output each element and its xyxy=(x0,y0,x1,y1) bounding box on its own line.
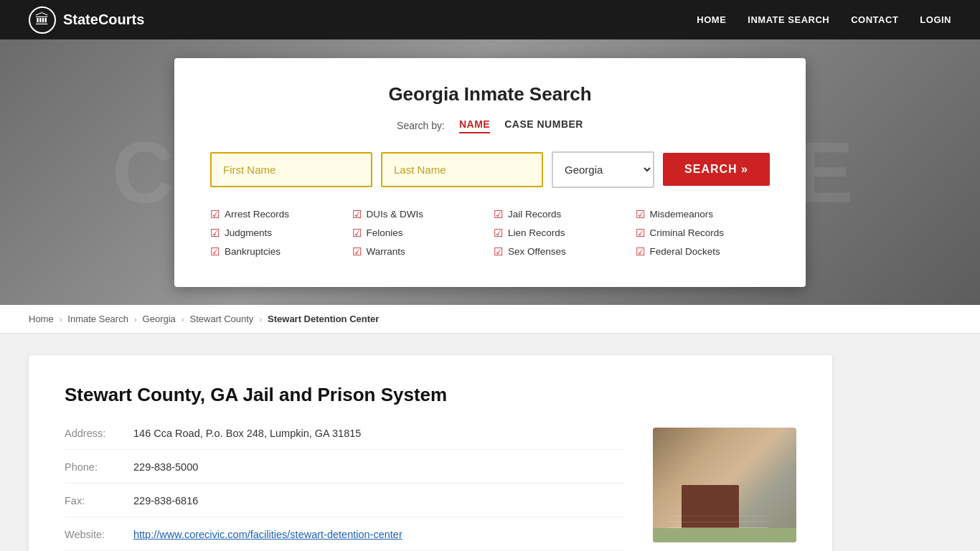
check-label: Felonies xyxy=(367,227,403,238)
breadcrumb-current: Stewart Detention Center xyxy=(268,314,379,324)
search-inputs-row: Georgia Alabama Florida Tennessee SEARCH… xyxy=(210,151,770,188)
check-item: ☑Judgments xyxy=(210,227,345,240)
checkbox-icon: ☑ xyxy=(494,227,503,240)
search-card: Georgia Inmate Search Search by: NAME CA… xyxy=(174,58,806,287)
nav-inmate-search[interactable]: INMATE SEARCH xyxy=(748,14,829,25)
check-label: Jail Records xyxy=(508,209,561,220)
check-item: ☑Criminal Records xyxy=(636,227,771,240)
search-button[interactable]: SEARCH » xyxy=(663,153,770,186)
main-nav: HOME INMATE SEARCH CONTACT LOGIN xyxy=(697,14,951,25)
check-item: ☑Felonies xyxy=(352,227,487,240)
facility-info: Address: 146 Cca Road, P.o. Box 248, Lum… xyxy=(65,428,624,551)
checkbox-icon: ☑ xyxy=(494,208,503,221)
main-content: Stewart County, GA Jail and Prison Syste… xyxy=(0,334,861,551)
breadcrumb-link-stewart-county[interactable]: Stewart County xyxy=(190,314,254,324)
checkbox-icon: ☑ xyxy=(210,227,220,240)
checkbox-icon: ☑ xyxy=(636,245,645,258)
check-item: ☑Sex Offenses xyxy=(494,245,628,258)
facility-details: Address: 146 Cca Road, P.o. Box 248, Lum… xyxy=(65,428,796,551)
building-detail xyxy=(667,527,768,528)
address-label: Address: xyxy=(65,428,122,439)
website-row: Website: http://www.corecivic.com/facili… xyxy=(65,529,624,551)
search-by-row: Search by: NAME CASE NUMBER xyxy=(210,118,770,133)
nav-home[interactable]: HOME xyxy=(697,14,726,25)
nav-login[interactable]: LOGIN xyxy=(920,14,951,25)
checkbox-icon: ☑ xyxy=(636,227,645,240)
last-name-input[interactable] xyxy=(381,152,543,187)
logo[interactable]: 🏛 StateCourts xyxy=(29,6,144,34)
check-item: ☑Bankruptcies xyxy=(210,245,345,258)
checkbox-icon: ☑ xyxy=(210,245,220,258)
breadcrumb-link-georgia[interactable]: Georgia xyxy=(143,314,176,324)
check-item: ☑Arrest Records xyxy=(210,208,345,221)
address-row: Address: 146 Cca Road, P.o. Box 248, Lum… xyxy=(65,428,624,450)
check-label: Bankruptcies xyxy=(225,246,281,257)
check-label: Sex Offenses xyxy=(508,246,566,257)
fax-label: Fax: xyxy=(65,495,122,507)
breadcrumb-separator: › xyxy=(134,315,137,324)
check-item: ☑Lien Records xyxy=(494,227,628,240)
checkbox-icon: ☑ xyxy=(352,227,362,240)
checkbox-icon: ☑ xyxy=(494,245,503,258)
breadcrumb-separator: › xyxy=(182,315,184,324)
breadcrumb-link-home[interactable]: Home xyxy=(29,314,54,324)
search-title: Georgia Inmate Search xyxy=(210,83,770,105)
tab-case-number[interactable]: CASE NUMBER xyxy=(504,118,583,133)
breadcrumb-separator: › xyxy=(259,315,262,324)
search-by-label: Search by: xyxy=(397,120,445,131)
check-label: DUIs & DWIs xyxy=(367,209,424,220)
address-value: 146 Cca Road, P.o. Box 248, Lumpkin, GA … xyxy=(133,428,361,439)
check-label: Criminal Records xyxy=(650,227,725,238)
hero-section: COURTHOUSE Georgia Inmate Search Search … xyxy=(0,39,980,305)
breadcrumb: Home›Inmate Search›Georgia›Stewart Count… xyxy=(0,305,980,334)
first-name-input[interactable] xyxy=(210,152,372,187)
fax-value: 229-838-6816 xyxy=(133,495,198,507)
check-label: Warrants xyxy=(367,246,405,257)
facility-title: Stewart County, GA Jail and Prison Syste… xyxy=(65,384,796,406)
fax-row: Fax: 229-838-6816 xyxy=(65,495,624,517)
nav-contact[interactable]: CONTACT xyxy=(851,14,898,25)
content-card: Stewart County, GA Jail and Prison Syste… xyxy=(29,355,832,551)
check-item: ☑Misdemeanors xyxy=(636,208,771,221)
check-label: Judgments xyxy=(225,227,272,238)
check-label: Arrest Records xyxy=(225,209,289,220)
check-label: Federal Dockets xyxy=(650,246,720,257)
check-item: ☑DUIs & DWIs xyxy=(352,208,487,221)
website-link[interactable]: http://www.corecivic.com/facilities/stew… xyxy=(133,529,402,540)
phone-label: Phone: xyxy=(65,461,122,473)
checks-grid: ☑Arrest Records☑DUIs & DWIs☑Jail Records… xyxy=(210,208,770,258)
facility-image xyxy=(653,428,796,542)
checkbox-icon: ☑ xyxy=(352,245,362,258)
logo-icon: 🏛 xyxy=(29,6,56,34)
checkbox-icon: ☑ xyxy=(210,208,220,221)
check-label: Lien Records xyxy=(508,227,565,238)
check-label: Misdemeanors xyxy=(650,209,714,220)
checkbox-icon: ☑ xyxy=(636,208,645,221)
breadcrumb-link-inmate-search[interactable]: Inmate Search xyxy=(67,314,128,324)
breadcrumb-separator: › xyxy=(60,315,62,324)
check-item: ☑Federal Dockets xyxy=(636,245,771,258)
checkbox-icon: ☑ xyxy=(352,208,362,221)
phone-row: Phone: 229-838-5000 xyxy=(65,461,624,484)
state-select[interactable]: Georgia Alabama Florida Tennessee xyxy=(552,151,654,188)
logo-text: StateCourts xyxy=(63,11,144,28)
header: 🏛 StateCourts HOME INMATE SEARCH CONTACT… xyxy=(0,0,980,39)
tab-name[interactable]: NAME xyxy=(459,118,490,133)
phone-value: 229-838-5000 xyxy=(133,461,198,473)
check-item: ☑Jail Records xyxy=(494,208,628,221)
website-label: Website: xyxy=(65,529,122,540)
check-item: ☑Warrants xyxy=(352,245,487,258)
